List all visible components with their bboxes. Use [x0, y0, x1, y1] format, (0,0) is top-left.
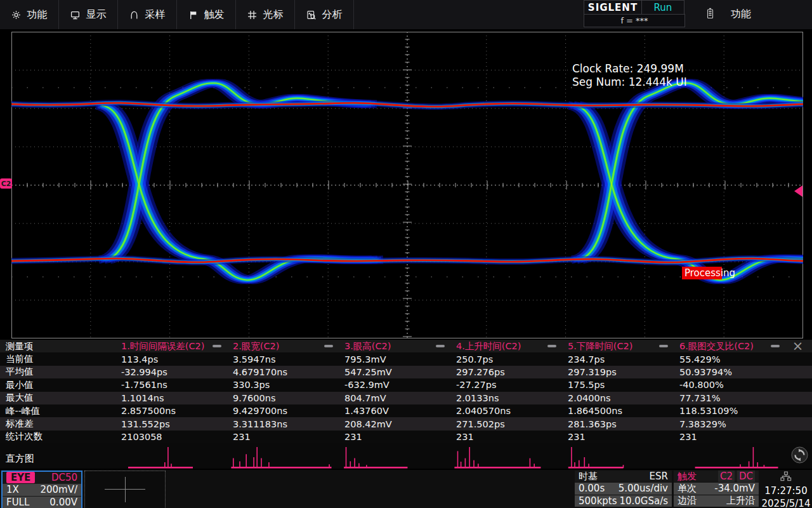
row-header: 峰--峰值	[0, 405, 117, 417]
battery-icon	[706, 8, 714, 22]
trigger-mode: 单次	[678, 483, 697, 495]
table-cell: 297.319ps	[564, 367, 676, 377]
table-cell: 795.3mV	[341, 354, 452, 364]
gear-icon	[11, 10, 21, 20]
menu-cursor[interactable]: 光标	[236, 0, 295, 29]
menu-trigger[interactable]: 触发	[177, 0, 236, 29]
table-row: 峰--峰值2.857500ns9.429700ns1.43760V2.04057…	[0, 404, 812, 417]
table-cell: 231	[676, 432, 787, 442]
table-cell: -27.27ps	[452, 380, 564, 390]
menu-function[interactable]: 功能	[0, 0, 59, 29]
trigger-box[interactable]: 触发 C2DC 单次 -34.0mV 边沿 上升沿	[674, 471, 759, 507]
table-cell: 2103058	[117, 432, 229, 442]
table-cell: 55.429%	[676, 354, 787, 364]
logo-status-cluster: SIGLENT Run f = ***	[584, 0, 685, 29]
collapse-column-button[interactable]	[436, 345, 445, 347]
collapse-column-button[interactable]	[213, 345, 221, 347]
row-header: 最大值	[0, 392, 117, 404]
table-cell: 330.3ps	[229, 380, 341, 390]
collapse-column-button[interactable]	[324, 345, 333, 347]
table-cell: 131.552ps	[117, 419, 229, 429]
table-cell: 231	[452, 432, 564, 442]
table-row: 当前值113.4ps3.5947ns795.3mV250.7ps234.7ps5…	[0, 352, 812, 365]
timebase-delay: 0.00s	[579, 483, 605, 494]
clock-rate-text: Clock Rate: 249.99M	[572, 62, 687, 76]
row-header: 当前值	[0, 353, 117, 365]
table-cell: 231	[229, 432, 341, 442]
timebase-box[interactable]: 时基 ESR 0.00s 5.00us/div 500kpts 10.0GSa/…	[575, 471, 672, 507]
table-cell: 271.502ps	[452, 419, 564, 429]
menu-trigger-label: 触发	[204, 8, 225, 22]
collapse-column-button[interactable]	[771, 345, 780, 347]
channel-c2-level-marker[interactable]: C2	[0, 178, 12, 189]
table-row: 最小值-1.7561ns330.3ps-632.9mV-27.27ps175.5…	[0, 378, 812, 391]
channel-probe: 1X	[6, 484, 19, 495]
refresh-statistics-icon[interactable]	[791, 446, 808, 466]
table-cell: 234.7ps	[564, 354, 676, 364]
table-cell: 77.731%	[676, 393, 787, 403]
clock-date: 2025/5/14	[762, 498, 811, 508]
measurement-histogram	[117, 444, 229, 469]
measurement-histogram	[341, 444, 452, 469]
frequency-readout: f = ***	[584, 14, 685, 27]
column-header-5: 5.下降时间(C2)	[564, 340, 676, 352]
menu-function-label: 功能	[27, 8, 48, 22]
table-cell: 2.0133ns	[452, 393, 564, 403]
run-status-badge[interactable]: Run	[642, 0, 684, 15]
table-cell: 7.38329%	[676, 419, 787, 429]
table-cell: 118.53109%	[676, 406, 787, 416]
table-cell: -40.800%	[676, 380, 787, 390]
column-header-4: 4.上升时间(C2)	[452, 340, 564, 352]
measurement-table: 测量项1.时间间隔误差(C2)2.眼宽(C2)3.眼高(C2)4.上升时间(C2…	[0, 340, 812, 443]
table-cell: 113.4ps	[117, 354, 229, 364]
siglent-logo: SIGLENT	[588, 2, 638, 13]
trigger-slope: 上升沿	[726, 495, 755, 507]
channel-descriptor-box[interactable]: EYE DC50 1X 200mV/ FULL 0.00V	[1, 471, 82, 508]
table-cell: 2.040570ns	[452, 406, 564, 416]
add-channel-placeholder[interactable]	[84, 471, 166, 508]
table-cell: 3.5947ns	[229, 354, 341, 364]
column-header-2: 2.眼宽(C2)	[229, 340, 341, 352]
measurement-histogram	[452, 444, 564, 469]
table-cell: 2.0400ns	[564, 393, 676, 403]
row-header: 统计次数	[0, 431, 117, 443]
row-header: 最小值	[0, 379, 117, 391]
histogram-row: 直方图	[0, 443, 812, 469]
table-cell: 2.857500ns	[117, 406, 229, 416]
table-cell: 250.7ps	[452, 354, 564, 364]
table-cell: 547.25mV	[341, 367, 452, 377]
menu-display-label: 显示	[86, 8, 107, 22]
top-menu-bar: 功能 显示 采样 触发 光标 分析	[0, 0, 812, 30]
channel-scale: 200mV/	[40, 484, 77, 495]
trigger-level: -34.0mV	[714, 483, 755, 494]
table-row: 统计次数2103058231231231231231	[0, 431, 812, 443]
menu-display[interactable]: 显示	[59, 0, 118, 29]
network-icon	[780, 471, 792, 484]
row-header: 标准差	[0, 418, 117, 430]
column-header-6: 6.眼图交叉比(C2)	[676, 340, 787, 352]
channel-coupling: DC50	[51, 472, 77, 483]
menu-analyze[interactable]: 分析	[295, 0, 354, 29]
row-header: 测量项	[0, 340, 117, 352]
menu-analyze-label: 分析	[322, 8, 343, 22]
collapse-column-button[interactable]	[659, 345, 668, 347]
menu-acquire[interactable]: 采样	[118, 0, 177, 29]
collapse-column-button[interactable]	[547, 345, 556, 347]
table-cell: 804.7mV	[341, 393, 452, 403]
table-row: 平均值-32.994ps4.679170ns547.25mV297.276ps2…	[0, 366, 812, 378]
table-cell: 208.42mV	[341, 419, 452, 429]
menu-function-right[interactable]: 功能	[731, 8, 751, 21]
table-cell: 1.864500ns	[564, 406, 676, 416]
table-cell: 50.93794%	[676, 367, 787, 377]
analyze-icon	[306, 10, 316, 20]
seg-num-text: Seg Num: 12.444k UI	[572, 76, 687, 89]
menu-cursor-label: 光标	[263, 8, 284, 22]
table-cell: -632.9mV	[341, 380, 452, 390]
table-cell: 231	[564, 432, 676, 442]
trigger-level-arrow[interactable]	[794, 185, 802, 197]
timebase-label: 时基	[579, 471, 598, 483]
waveform-display-area[interactable]: Clock Rate: 249.99M Seg Num: 12.444k UI …	[0, 29, 812, 340]
clock-recovery-annotation: Clock Rate: 249.99M Seg Num: 12.444k UI	[572, 62, 687, 89]
close-table-icon[interactable]: ×	[787, 340, 812, 352]
bottom-status-bar: EYE DC50 1X 200mV/ FULL 0.00V 时基 ESR 0.0…	[0, 470, 812, 508]
